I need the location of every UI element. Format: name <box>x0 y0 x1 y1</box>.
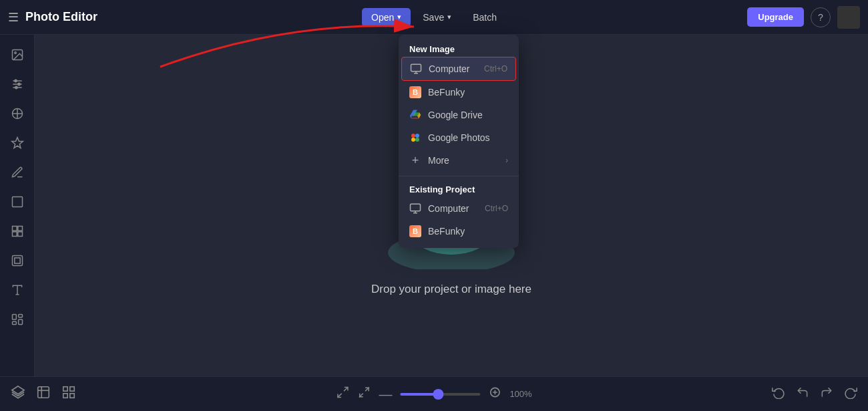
topbar-left: ☰ Photo Editor <box>8 10 362 25</box>
sidebar-icon-image[interactable] <box>4 41 31 68</box>
sidebar-icon-effects[interactable] <box>4 100 31 127</box>
bottombar-center: — 100% <box>336 386 531 402</box>
svg-point-36 <box>411 138 415 142</box>
menu-icon[interactable]: ☰ <box>8 10 19 25</box>
svg-line-49 <box>338 394 342 398</box>
new-image-google-drive-item[interactable]: Google Drive <box>399 104 519 126</box>
befunky-icon: B <box>409 86 421 98</box>
google-drive-icon <box>409 109 421 121</box>
grid-icon[interactable] <box>61 385 76 403</box>
undo-icon[interactable] <box>796 386 809 402</box>
bottombar-left <box>11 385 76 403</box>
zoom-out-icon[interactable]: — <box>379 388 392 401</box>
svg-marker-9 <box>11 138 23 148</box>
svg-rect-46 <box>63 394 67 398</box>
export-icon[interactable] <box>36 385 51 403</box>
app-title: Photo Editor <box>25 10 97 24</box>
new-image-computer-item[interactable]: Computer Ctrl+O <box>401 57 516 81</box>
sidebar <box>0 35 35 411</box>
topbar: ☰ Photo Editor Open ▾ Save ▾ Batch Upgra… <box>0 0 868 35</box>
svg-rect-16 <box>14 258 19 263</box>
existing-computer-item[interactable]: Computer Ctrl+O <box>399 197 519 220</box>
svg-rect-15 <box>12 256 22 266</box>
svg-rect-43 <box>38 387 49 398</box>
sidebar-icon-retouch[interactable] <box>4 159 31 186</box>
new-image-google-photos-item[interactable]: Google Photos <box>399 126 519 149</box>
topbar-right: Upgrade ? <box>506 6 860 29</box>
svg-point-37 <box>415 138 419 142</box>
existing-befunky-label: BeFunky <box>428 226 465 237</box>
existing-befunky-item[interactable]: B BeFunky <box>399 220 519 243</box>
svg-rect-44 <box>63 387 67 391</box>
svg-rect-13 <box>12 232 17 237</box>
sidebar-icon-elements[interactable] <box>4 218 31 245</box>
undo-history-icon[interactable] <box>772 386 785 402</box>
zoom-label: 100% <box>509 389 531 399</box>
more-label: More <box>428 155 449 166</box>
open-button[interactable]: Open ▾ <box>362 8 411 27</box>
svg-point-34 <box>411 134 415 138</box>
computer-icon <box>410 63 422 75</box>
dropdown-divider <box>399 176 519 176</box>
help-button[interactable]: ? <box>811 7 831 27</box>
sidebar-icon-crop[interactable] <box>4 188 31 215</box>
redo-icon[interactable] <box>820 386 833 402</box>
reset-icon[interactable] <box>844 386 857 402</box>
bottombar-right <box>772 386 857 402</box>
fit-icon[interactable] <box>357 386 371 402</box>
svg-rect-31 <box>411 64 421 72</box>
svg-rect-47 <box>70 394 74 398</box>
befunky-label: BeFunky <box>428 87 465 98</box>
svg-rect-19 <box>12 315 16 320</box>
batch-button[interactable]: Batch <box>463 8 506 27</box>
sidebar-icon-text[interactable] <box>4 277 31 303</box>
save-button[interactable]: Save ▾ <box>413 8 461 27</box>
svg-line-48 <box>344 388 348 392</box>
more-arrow-icon: › <box>505 156 508 165</box>
svg-point-35 <box>415 134 419 138</box>
bottombar: — 100% <box>0 376 868 411</box>
svg-rect-38 <box>411 204 421 211</box>
svg-point-6 <box>17 83 19 85</box>
svg-point-5 <box>14 80 16 82</box>
existing-computer-shortcut: Ctrl+O <box>485 204 508 213</box>
google-photos-label: Google Photos <box>428 132 490 143</box>
new-image-befunky-item[interactable]: B BeFunky <box>399 81 519 104</box>
svg-rect-11 <box>12 227 17 231</box>
existing-computer-icon <box>409 202 421 215</box>
new-image-computer-label: Computer <box>429 63 469 74</box>
new-image-more-item[interactable]: + More › <box>399 149 519 172</box>
sidebar-icon-graphics[interactable] <box>4 306 31 333</box>
svg-rect-12 <box>17 227 22 231</box>
zoom-in-icon[interactable] <box>488 386 501 402</box>
new-image-computer-shortcut: Ctrl+O <box>484 64 507 74</box>
svg-rect-22 <box>12 321 16 324</box>
layers-icon[interactable] <box>11 385 25 403</box>
svg-point-7 <box>15 86 17 88</box>
svg-rect-21 <box>18 319 22 325</box>
drop-text: Drop your project or image here <box>371 283 531 296</box>
svg-rect-14 <box>17 232 22 237</box>
fullscreen-icon[interactable] <box>336 386 349 402</box>
svg-rect-45 <box>70 387 74 391</box>
existing-project-section-title: Existing Project <box>399 180 519 197</box>
existing-befunky-icon: B <box>409 225 421 237</box>
sidebar-icon-ai[interactable] <box>4 130 31 156</box>
zoom-slider[interactable] <box>400 393 480 396</box>
sidebar-icon-adjust[interactable] <box>4 71 31 98</box>
svg-rect-10 <box>12 197 22 207</box>
sidebar-icon-frames[interactable] <box>4 247 31 274</box>
open-dropdown: New Image Computer Ctrl+O B BeFunky Goog… <box>399 35 519 248</box>
svg-rect-20 <box>18 315 22 317</box>
more-icon: + <box>409 154 421 166</box>
google-drive-label: Google Drive <box>428 110 483 120</box>
upgrade-button[interactable]: Upgrade <box>747 7 804 27</box>
topbar-center: Open ▾ Save ▾ Batch <box>362 8 506 27</box>
avatar[interactable] <box>837 6 860 29</box>
google-photos-icon <box>409 132 421 144</box>
new-image-section-title: New Image <box>399 40 519 57</box>
svg-point-1 <box>14 52 15 54</box>
existing-computer-label: Computer <box>428 203 469 214</box>
